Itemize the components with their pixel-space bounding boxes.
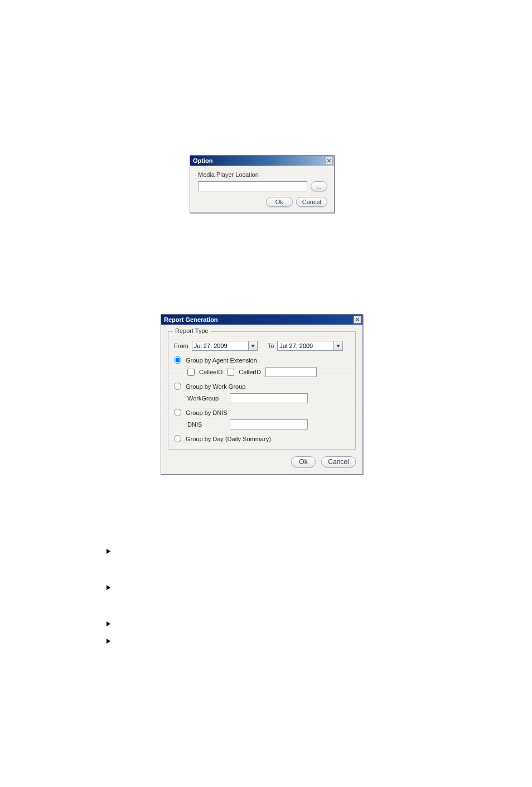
to-date-dropdown-button[interactable] [333,341,342,350]
date-range-row: From To [174,341,350,351]
group-by-dnis-radio-input[interactable] [174,409,181,416]
group-by-workgroup-label: Group by Work Group [186,383,245,390]
report-type-groupbox: Report Type From To [168,331,356,450]
callerid-checkbox-input[interactable] [227,369,234,376]
bullet-list [106,549,111,644]
group-workgroup-row: Group by Work Group [174,383,350,390]
to-date-input[interactable] [278,341,333,350]
option-buttons: Ok Cancel [198,197,327,207]
report-body: Report Type From To [161,325,362,474]
report-title: Report Generation [164,316,218,323]
from-date-input[interactable] [192,341,248,350]
option-titlebar: Option [190,156,334,166]
option-close-button[interactable] [325,157,333,165]
option-ok-button[interactable]: Ok [266,197,293,207]
dnis-field-label: DNIS [187,421,225,428]
to-date-combo[interactable] [277,341,343,351]
from-label: From [174,342,188,349]
report-close-button[interactable] [354,316,361,324]
group-by-dnis-label: Group by DNIS [186,409,228,416]
group-day-row: Group by Day (Daily Summary) [174,435,350,442]
group-by-agent-radio[interactable]: Group by Agent Extension [174,356,257,364]
chevron-down-icon [336,345,340,347]
workgroup-sub-row: WorkGroup [187,393,350,403]
media-player-location-input[interactable] [198,181,307,191]
calleeid-checkbox-input[interactable] [187,369,195,376]
option-title: Option [193,157,212,164]
close-icon [355,317,360,322]
group-by-day-radio-input[interactable] [174,435,181,442]
callerid-label: CallerID [239,369,261,375]
bullet-item-1 [106,549,111,554]
callerid-input[interactable] [265,367,317,377]
calleeid-checkbox[interactable]: CalleeID [187,369,223,376]
group-agent-row: Group by Agent Extension [174,356,350,364]
dnis-sub-row: DNIS [187,419,350,429]
from-date-combo[interactable] [192,341,258,351]
group-by-day-label: Group by Day (Daily Summary) [186,436,271,442]
group-dnis-row: Group by DNIS [174,409,350,416]
triangle-right-icon [106,621,111,626]
triangle-right-icon [106,639,111,644]
workgroup-input[interactable] [230,393,308,403]
report-cancel-button[interactable]: Cancel [321,456,356,467]
browse-button[interactable]: ... [311,181,327,191]
chevron-down-icon [251,345,255,347]
report-titlebar: Report Generation [161,315,362,325]
bullet-item-3 [106,621,111,626]
dnis-input[interactable] [230,419,308,429]
option-input-row: ... [198,181,327,191]
option-dialog: Option Media Player Location ... Ok Canc… [190,155,335,213]
triangle-right-icon [106,549,111,554]
calleeid-label: CalleeID [199,369,223,375]
to-label: To [268,342,274,349]
triangle-right-icon [106,585,111,590]
workgroup-field-label: WorkGroup [187,395,225,402]
page: Option Media Player Location ... Ok Canc… [0,0,532,787]
group-by-day-radio[interactable]: Group by Day (Daily Summary) [174,435,271,442]
bullet-item-2 [106,585,111,590]
group-by-agent-label: Group by Agent Extension [186,357,257,364]
report-type-legend: Report Type [173,327,211,334]
callerid-checkbox[interactable]: CallerID [227,369,261,376]
report-buttons: Ok Cancel [168,456,356,467]
group-by-workgroup-radio[interactable]: Group by Work Group [174,383,245,390]
from-date-dropdown-button[interactable] [248,341,257,350]
option-cancel-button[interactable]: Cancel [296,197,327,207]
report-dialog: Report Generation Report Type From [161,314,363,475]
group-by-dnis-radio[interactable]: Group by DNIS [174,409,228,416]
bullet-item-4 [106,639,111,644]
agent-sub-row: CalleeID CallerID [187,367,350,377]
option-body: Media Player Location ... Ok Cancel [190,166,334,213]
close-icon [327,158,331,163]
media-player-location-label: Media Player Location [198,171,327,178]
report-ok-button[interactable]: Ok [291,456,316,467]
group-by-agent-radio-input[interactable] [174,356,181,364]
group-by-workgroup-radio-input[interactable] [174,383,181,390]
